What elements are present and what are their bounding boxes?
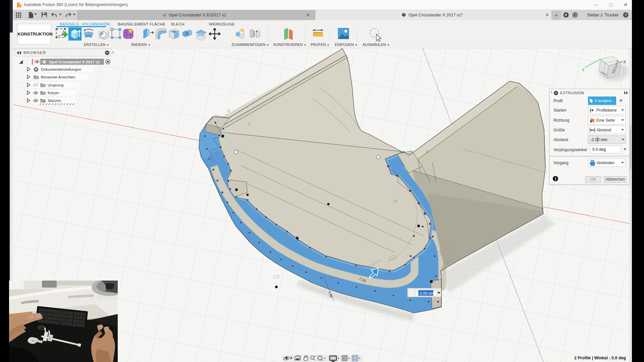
svg-text:?: ? [625, 13, 627, 17]
svg-text:X: X [623, 60, 626, 64]
svg-text:-2.00 mm: -2.00 mm [419, 291, 435, 295]
svg-text:Y: Y [582, 68, 585, 72]
